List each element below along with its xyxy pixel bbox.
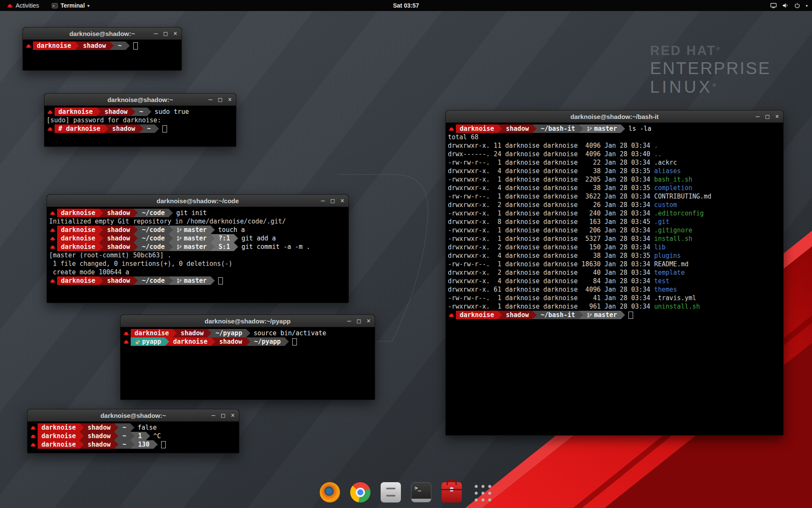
terminal-line: # darknoiseshadow~: [47, 124, 233, 133]
minimize-button[interactable]: –: [321, 195, 325, 207]
git-branch-icon: [587, 312, 592, 318]
window-titlebar[interactable]: darknoise@shadow:~ – □ ×: [44, 94, 236, 106]
prompt-segment-host: shadow: [79, 41, 110, 50]
output-text: -rwxrwxr-x. 1 darknoise darknoise 2205 J…: [448, 175, 692, 184]
close-button[interactable]: ×: [173, 28, 177, 39]
close-button[interactable]: ×: [367, 315, 370, 327]
prompt-segment-host: shadow: [101, 108, 131, 116]
close-button[interactable]: ×: [228, 94, 232, 105]
minimize-button[interactable]: –: [211, 409, 215, 421]
terminal-body[interactable]: darknoiseshadow~/pyappsource bin/activat…: [121, 327, 375, 346]
window-titlebar[interactable]: darknoise@shadow:~/bash-it – □ ×: [446, 110, 783, 123]
command-text: git add a: [238, 234, 276, 243]
terminal-body[interactable]: darknoiseshadow~/bash-itmasterls -latota…: [446, 123, 783, 319]
minimize-button[interactable]: –: [756, 110, 760, 122]
window-titlebar[interactable]: darknoise@shadow:~ – □ ×: [27, 409, 239, 422]
output-text: drwxrwxr-x. 61 darknoise darknoise 4096 …: [448, 285, 677, 294]
red-hat-icon: [123, 337, 131, 346]
terminal-window-exitcodes: darknoise@shadow:~ – □ × darknoiseshadow…: [27, 409, 239, 453]
minimize-button[interactable]: –: [154, 28, 158, 39]
dock-item-firefox[interactable]: [319, 482, 340, 503]
dock-item-files[interactable]: [380, 482, 401, 503]
close-button[interactable]: ×: [775, 110, 779, 122]
output-text: drwxrwxr-x. 2 darknoise darknoise 40 Jan…: [448, 268, 685, 277]
terminal-body[interactable]: darknoiseshadow~/codegit initInitialized…: [47, 207, 348, 285]
output-part: -rw-rw-r--. 1 darknoise darknoise 18630 …: [448, 260, 654, 268]
window-titlebar[interactable]: darknoise@shadow:~/code – □ ×: [47, 195, 348, 207]
maximize-button[interactable]: □: [164, 28, 167, 39]
command-text: ls -la: [625, 124, 651, 133]
prompt-segment-path: ~/bash-it: [537, 124, 579, 133]
terminal-line: drwxrwxr-x. 4 darknoise darknoise 38 Jan…: [448, 167, 781, 175]
command-text: touch a: [215, 226, 245, 234]
system-menu[interactable]: ▾: [770, 2, 808, 9]
maximize-button[interactable]: □: [221, 409, 225, 421]
clock[interactable]: Sat 03:57: [0, 2, 812, 9]
powerline-separator: [134, 276, 138, 285]
output-text: -rwxrwxr-x. 1 darknoise darknoise 206 Ja…: [448, 226, 692, 235]
output-text: drwxrwxr-x. 2 darknoise darknoise 26 Jan…: [448, 201, 677, 209]
terminal-body[interactable]: darknoiseshadow~falsedarknoiseshadow~1^C…: [27, 422, 239, 449]
dock-item-toolbox[interactable]: [441, 482, 462, 503]
output-text: drwx------. 24 darknoise darknoise 4096 …: [448, 150, 662, 158]
powerline-separator: [154, 440, 158, 449]
prompt-segment-user: darknoise: [55, 108, 96, 116]
prompt-segment-git: master: [173, 243, 211, 251]
output-part: drwxrwxr-x. 4 darknoise darknoise 38 Jan…: [448, 167, 654, 175]
window-titlebar[interactable]: darknoise@shadow:~/pyapp – □ ×: [121, 315, 375, 327]
powerline-separator: [169, 276, 173, 285]
terminal-cursor: [161, 441, 166, 448]
maximize-button[interactable]: □: [765, 110, 769, 122]
output-part: drwxrwxr-x. 4 darknoise darknoise 38 Jan…: [448, 184, 654, 192]
prompt-segment-git: master: [173, 234, 211, 243]
minimize-button[interactable]: –: [208, 94, 212, 105]
red-hat-icon: [49, 234, 57, 243]
command-text: source bin/activate: [250, 329, 326, 337]
terminal-line: darknoiseshadow~/pyappsource bin/activat…: [123, 329, 372, 337]
powerline-separator: [130, 432, 134, 440]
red-hat-icon: [47, 124, 55, 133]
output-part: drwxrwxr-x. 2 darknoise darknoise 26 Jan…: [448, 201, 654, 209]
filename-dir: custom: [654, 201, 677, 209]
powerline-separator: [96, 108, 101, 116]
filename-dir: aliases: [654, 167, 681, 175]
terminal-line: [master (root-commit) 50bcb63] .: [49, 251, 346, 260]
prompt-segment-exit: 130: [134, 440, 154, 449]
powerline-separator: [134, 209, 138, 217]
close-button[interactable]: ×: [340, 195, 344, 207]
dock-item-app-grid[interactable]: [472, 482, 493, 503]
terminal-body[interactable]: darknoiseshadow~sudo true[sudo] password…: [44, 106, 236, 133]
terminal-line: drwxrwxr-x. 2 darknoise darknoise 150 Ja…: [448, 243, 781, 251]
close-button[interactable]: ×: [231, 409, 235, 421]
terminal-line: -rwxrwxr-x. 1 darknoise darknoise 961 Ja…: [448, 302, 781, 311]
output-text: -rw-rw-r--. 1 darknoise darknoise 22 Jan…: [448, 158, 677, 167]
powerline-separator: [99, 276, 103, 285]
prompt-segment-host: shadow: [502, 311, 532, 319]
maximize-button[interactable]: □: [357, 315, 361, 327]
terminal-line: total 68: [448, 133, 781, 141]
dock-item-terminal[interactable]: >_: [411, 482, 432, 503]
powerline-separator: [130, 423, 134, 432]
window-titlebar[interactable]: darknoise@shadow:~ – □ ×: [23, 28, 181, 40]
powerline-separator: [211, 243, 215, 251]
terminal-body[interactable]: darknoiseshadow~: [23, 40, 181, 50]
output-part: drwxrwxr-x. 11 darknoise darknoise 4096 …: [448, 142, 654, 149]
dock-item-chrome[interactable]: [350, 482, 371, 503]
prompt-segment-host: shadow: [84, 432, 114, 440]
filename-dir: completion: [654, 184, 692, 192]
terminal-line: drwxrwxr-x. 8 darknoise darknoise 163 Ja…: [448, 218, 781, 226]
git-branch-icon: [177, 244, 182, 250]
terminal-prompt-glyph: >_: [414, 485, 421, 491]
toolbox-latch: [450, 487, 453, 491]
powerline-separator: [173, 329, 177, 337]
prompt-segment-git: master: [583, 124, 621, 133]
maximize-button[interactable]: □: [218, 94, 222, 105]
maximize-button[interactable]: □: [331, 195, 335, 207]
prompt-segment-path: ~: [143, 124, 155, 133]
display-icon: [770, 2, 777, 9]
powerline-separator: [532, 311, 537, 319]
powerline-separator: [621, 311, 625, 319]
output-part: .travis.yml: [654, 294, 696, 302]
minimize-button[interactable]: –: [347, 315, 351, 327]
powerline-separator: [114, 432, 118, 440]
